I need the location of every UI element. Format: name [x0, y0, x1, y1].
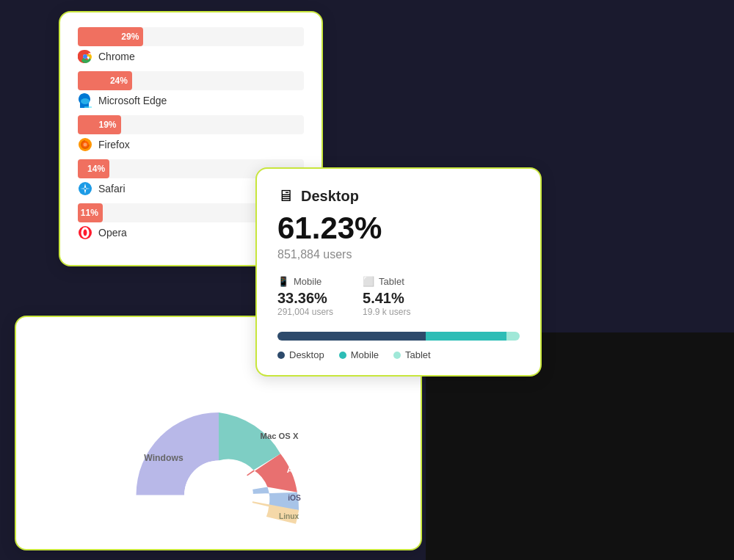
- chrome-name-row: Chrome: [78, 49, 304, 64]
- mobile-percentage: 33.36%: [277, 290, 333, 307]
- mobile-users: 291,004 users: [277, 307, 333, 317]
- windows-label: Windows: [144, 453, 184, 463]
- firefox-name-row: Firefox: [78, 137, 304, 152]
- android-label: Android: [286, 465, 318, 474]
- legend-desktop-dot: [277, 352, 285, 359]
- svg-point-5: [84, 143, 87, 147]
- legend-mobile: Mobile: [339, 349, 379, 360]
- opera-percent: 11%: [81, 208, 98, 218]
- desktop-segment: [277, 332, 426, 341]
- firefox-percent: 19%: [98, 120, 116, 130]
- tablet-stats: ⬜ Tablet 5.41% 19.9 k users: [363, 276, 410, 317]
- edge-icon: [78, 93, 92, 108]
- chrome-bar: 29%: [78, 27, 143, 46]
- edge-bar: 24%: [78, 71, 132, 90]
- device-header: 🖥 Desktop: [277, 186, 520, 206]
- legend-tablet: Tablet: [393, 349, 431, 360]
- macos-label: Mac OS X: [260, 432, 298, 440]
- svg-point-8: [84, 188, 87, 190]
- sub-devices: 📱 Mobile 33.36% 291,004 users ⬜ Tablet 5…: [277, 276, 520, 317]
- browser-row-edge: 24% Microsoft Edge: [78, 71, 304, 108]
- mobile-label: Mobile: [294, 276, 321, 287]
- firefox-bar-container: 19%: [78, 115, 304, 134]
- mobile-label-row: 📱 Mobile: [277, 276, 333, 287]
- chrome-bar-container: 29%: [78, 27, 304, 46]
- opera-label: Opera: [98, 227, 127, 239]
- mobile-stats: 📱 Mobile 33.36% 291,004 users: [277, 276, 333, 317]
- browser-row-chrome: 29% Chrome: [78, 27, 304, 64]
- edge-name-row: Microsoft Edge: [78, 93, 304, 108]
- tablet-percentage: 5.41%: [363, 290, 410, 307]
- opera-icon: [78, 225, 92, 240]
- firefox-icon: [78, 137, 92, 152]
- firefox-bar: 19%: [78, 115, 121, 134]
- legend-mobile-dot: [339, 352, 346, 359]
- donut-inner: [184, 461, 253, 530]
- chrome-label: Chrome: [98, 51, 135, 62]
- legend-desktop-label: Desktop: [289, 349, 324, 360]
- legend-desktop: Desktop: [277, 349, 324, 360]
- opera-bar: 11%: [78, 203, 103, 222]
- svg-point-2: [81, 98, 90, 104]
- device-progress-bar: [277, 332, 520, 341]
- tablet-icon: ⬜: [363, 276, 374, 287]
- desktop-title: Desktop: [301, 188, 359, 205]
- desktop-percentage: 61.23%: [277, 211, 520, 245]
- ios-label: iOS: [288, 494, 301, 502]
- edge-label: Microsoft Edge: [98, 95, 167, 106]
- chrome-icon: [78, 49, 92, 64]
- edge-percent: 24%: [110, 76, 128, 86]
- safari-label: Safari: [98, 183, 126, 194]
- svg-point-1: [83, 54, 87, 59]
- tablet-segment: [506, 332, 520, 341]
- desktop-users: 851,884 users: [277, 248, 520, 261]
- legend-tablet-dot: [393, 352, 401, 359]
- mobile-segment: [426, 332, 506, 341]
- tablet-label: Tablet: [379, 276, 404, 287]
- device-card: 🖥 Desktop 61.23% 851,884 users 📱 Mobile …: [255, 167, 542, 377]
- firefox-label: Firefox: [98, 139, 130, 150]
- tablet-label-row: ⬜ Tablet: [363, 276, 410, 287]
- mobile-icon: 📱: [277, 276, 289, 287]
- safari-bar: 14%: [78, 159, 109, 178]
- edge-bar-container: 24%: [78, 71, 304, 90]
- safari-icon: [78, 181, 92, 196]
- desktop-icon: 🖥: [277, 186, 294, 206]
- browser-row-firefox: 19% Firefox: [78, 115, 304, 152]
- linux-label: Linux: [278, 512, 299, 520]
- tablet-users: 19.9 k users: [363, 307, 410, 317]
- device-legend: Desktop Mobile Tablet: [277, 349, 520, 360]
- legend-mobile-label: Mobile: [351, 349, 379, 360]
- safari-percent: 14%: [87, 164, 105, 174]
- legend-tablet-label: Tablet: [405, 349, 431, 360]
- chrome-percent: 29%: [121, 32, 139, 42]
